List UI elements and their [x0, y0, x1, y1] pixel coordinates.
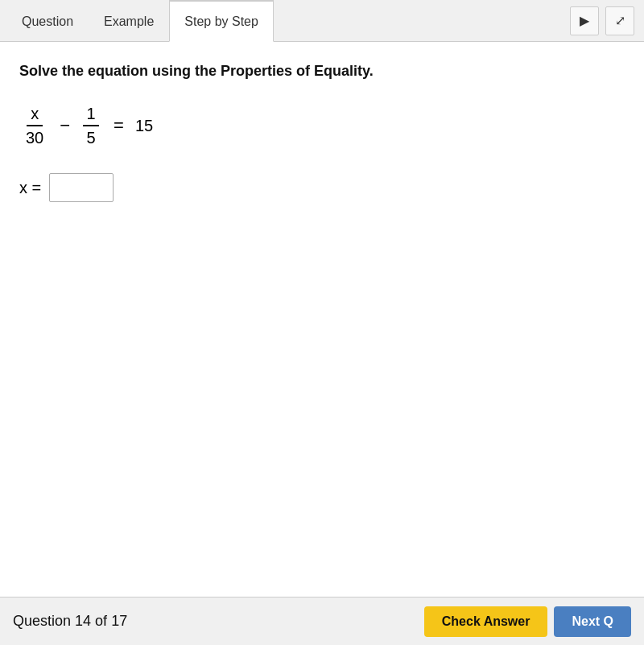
question-instruction: Solve the equation using the Properties …: [19, 61, 625, 81]
main-content: Solve the equation using the Properties …: [0, 42, 644, 597]
footer-buttons: Check Answer Next Q: [424, 606, 631, 637]
counter-prefix: Question: [13, 613, 71, 629]
equals-sign: =: [114, 115, 124, 136]
counter-current-num: 14: [75, 613, 91, 629]
expand-button[interactable]: ⤢: [605, 6, 634, 35]
next-question-button[interactable]: Next Q: [554, 606, 631, 637]
counter-of: of: [95, 613, 107, 629]
answer-label: x =: [19, 179, 41, 197]
fraction2-numerator: 1: [83, 104, 99, 126]
tab-question[interactable]: Question: [6, 0, 89, 41]
question-counter: Question 14 of 17: [13, 613, 127, 630]
tab-bar: Question Example Step by Step ▶ ⤢: [0, 0, 644, 42]
counter-total-num: 17: [111, 613, 127, 629]
answer-row: x =: [19, 173, 625, 202]
fraction-x-over-30: x 30: [23, 104, 47, 147]
play-button[interactable]: ▶: [570, 6, 599, 35]
footer: Question 14 of 17 Check Answer Next Q: [0, 597, 644, 645]
operator-minus: −: [60, 115, 70, 136]
fraction1-numerator: x: [27, 104, 43, 126]
fraction1-denominator: 30: [23, 126, 47, 147]
tab-bar-actions: ▶ ⤢: [570, 0, 638, 41]
tab-example[interactable]: Example: [89, 0, 169, 41]
rhs-value: 15: [135, 117, 153, 135]
answer-input[interactable]: [49, 173, 114, 202]
tab-step-by-step[interactable]: Step by Step: [169, 0, 274, 42]
check-answer-button[interactable]: Check Answer: [424, 606, 548, 637]
fraction2-denominator: 5: [83, 126, 99, 147]
equation-display: x 30 − 1 5 = 15: [19, 104, 625, 147]
fraction-1-over-5: 1 5: [83, 104, 99, 147]
